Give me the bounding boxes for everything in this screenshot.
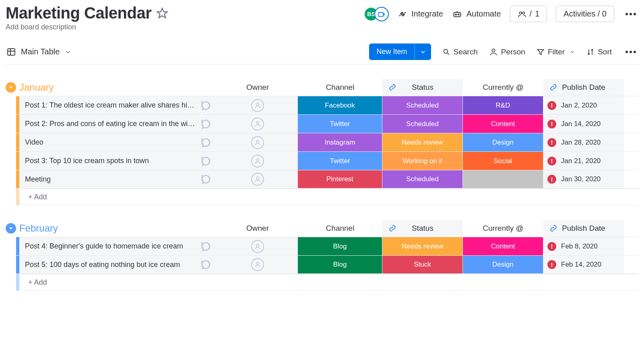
new-item-dropdown[interactable] (415, 43, 431, 60)
star-icon[interactable] (156, 7, 168, 19)
status-cell[interactable]: Working on it (382, 152, 463, 170)
publish-date-cell[interactable]: ! Jan 14, 2020 (543, 115, 624, 133)
group-title[interactable]: February (19, 223, 58, 234)
board-title[interactable]: Marketing Calendar (6, 4, 151, 22)
item-name-text[interactable]: Meeting (25, 175, 200, 184)
guest-view-icon[interactable] (374, 7, 389, 21)
owner-cell[interactable] (217, 115, 298, 133)
channel-cell[interactable]: Blog (298, 237, 382, 255)
add-item-row[interactable]: + Add (16, 188, 638, 205)
currently-cell[interactable]: R&D (463, 96, 543, 114)
collapse-group-button[interactable] (6, 223, 16, 234)
person-filter-button[interactable]: Person (489, 48, 525, 56)
currently-cell[interactable] (463, 170, 543, 188)
item-name-cell[interactable]: Meeting (16, 170, 217, 188)
table-row[interactable]: Post 1: The oldest ice cream maker alive… (16, 96, 638, 114)
channel-cell[interactable]: Twitter (298, 152, 382, 170)
table-row[interactable]: Meeting Pinterest Scheduled ! Jan 30, 20… (16, 170, 638, 188)
chevron-down-icon (64, 48, 72, 56)
owner-cell[interactable] (217, 96, 298, 114)
sort-button[interactable]: Sort (586, 48, 612, 56)
integrate-button[interactable]: Integrate (398, 9, 443, 19)
add-item-row[interactable]: + Add (16, 274, 638, 291)
group-color-stripe (16, 115, 19, 133)
currently-cell[interactable]: Content (463, 237, 543, 255)
status-cell[interactable]: Scheduled (382, 170, 463, 188)
search-button[interactable]: Search (442, 48, 478, 56)
new-item-button[interactable]: New Item (369, 43, 431, 60)
owner-cell[interactable] (217, 256, 298, 273)
activities-button[interactable]: Activities / 0 (556, 6, 614, 22)
column-header-currently[interactable]: Currently @ (463, 79, 543, 96)
channel-cell[interactable]: Blog (298, 256, 382, 273)
status-cell[interactable]: Scheduled (382, 115, 463, 133)
collapse-group-button[interactable] (6, 82, 16, 93)
board-description[interactable]: Add board description (6, 23, 168, 31)
column-header-channel[interactable]: Channel (298, 220, 382, 237)
more-menu-icon[interactable] (623, 51, 638, 53)
item-name-text[interactable]: Video (25, 138, 200, 147)
currently-cell[interactable]: Social (463, 152, 543, 170)
more-menu-icon[interactable] (623, 13, 638, 15)
channel-cell[interactable]: Instagram (298, 133, 382, 151)
chat-bubble-icon[interactable] (200, 241, 212, 252)
view-tab-main-table[interactable]: Main Table (6, 46, 72, 58)
column-header-currently[interactable]: Currently @ (463, 220, 543, 237)
board-avatars[interactable]: BS (364, 7, 389, 21)
item-name-cell[interactable]: Post 1: The oldest ice cream maker alive… (16, 96, 217, 114)
status-cell[interactable]: Needs review (382, 237, 463, 255)
item-name-cell[interactable]: Video (16, 133, 217, 151)
filter-button[interactable]: Filter (537, 48, 575, 56)
owner-cell[interactable] (217, 133, 298, 151)
table-row[interactable]: Post 3: Top 10 ice cream spots in town T… (16, 151, 638, 170)
status-cell[interactable]: Scheduled (382, 96, 463, 114)
publish-date-cell[interactable]: ! Feb 8, 2020 (543, 237, 624, 255)
item-name-cell[interactable]: Post 3: Top 10 ice cream spots in town (16, 152, 217, 170)
item-name-text[interactable]: Post 4: Beginner's guide to homemade ice… (25, 242, 200, 250)
automate-button[interactable]: Automate (452, 9, 501, 19)
item-name-cell[interactable]: Post 4: Beginner's guide to homemade ice… (16, 237, 217, 255)
column-header-channel[interactable]: Channel (298, 79, 382, 96)
chat-bubble-icon[interactable] (200, 174, 212, 185)
table-row[interactable]: Post 4: Beginner's guide to homemade ice… (16, 237, 638, 255)
currently-cell[interactable]: Content (463, 115, 543, 133)
item-name-text[interactable]: Post 3: Top 10 ice cream spots in town (25, 157, 200, 165)
chat-bubble-icon[interactable] (200, 100, 212, 111)
publish-date-cell[interactable]: ! Feb 14, 2020 (543, 256, 624, 273)
owner-cell[interactable] (217, 170, 298, 188)
item-name-text[interactable]: Post 1: The oldest ice cream maker alive… (25, 101, 200, 110)
column-header-owner[interactable]: Owner (217, 79, 298, 96)
column-header-publish-date[interactable]: Publish Date (543, 220, 624, 237)
members-button[interactable]: / 1 (510, 6, 547, 22)
column-header-status[interactable]: Status (382, 220, 463, 237)
publish-date-cell[interactable]: ! Jan 21, 2020 (543, 152, 624, 170)
channel-cell[interactable]: Pinterest (298, 170, 382, 188)
owner-cell[interactable] (217, 152, 298, 170)
column-header-owner[interactable]: Owner (217, 220, 298, 237)
item-name-cell[interactable]: Post 2: Pros and cons of eating ice crea… (16, 115, 217, 133)
column-header-publish-date[interactable]: Publish Date (543, 79, 624, 96)
item-name-cell[interactable]: Post 5: 100 days of eating nothing but i… (16, 256, 217, 273)
table-row[interactable]: Post 5: 100 days of eating nothing but i… (16, 255, 638, 274)
chat-bubble-icon[interactable] (200, 259, 212, 270)
channel-cell[interactable]: Facebook (298, 96, 382, 114)
group-title[interactable]: January (19, 82, 54, 93)
item-name-text[interactable]: Post 2: Pros and cons of eating ice crea… (25, 120, 200, 128)
status-cell[interactable]: Stuck (382, 256, 463, 273)
currently-cell[interactable]: Design (463, 133, 543, 151)
currently-cell[interactable]: Design (463, 256, 543, 273)
chat-bubble-icon[interactable] (200, 155, 212, 167)
publish-date-cell[interactable]: ! Jan 30, 2020 (543, 170, 624, 188)
channel-cell[interactable]: Twitter (298, 115, 382, 133)
column-header-status[interactable]: Status (382, 79, 463, 96)
owner-cell[interactable] (217, 237, 298, 255)
publish-date-cell[interactable]: ! Jan 28, 2020 (543, 133, 624, 151)
status-cell[interactable]: Needs review (382, 133, 463, 151)
deadline-warning-icon: ! (547, 157, 556, 166)
item-name-text[interactable]: Post 5: 100 days of eating nothing but i… (25, 261, 200, 269)
chat-bubble-icon[interactable] (200, 137, 212, 148)
table-row[interactable]: Post 2: Pros and cons of eating ice crea… (16, 114, 638, 133)
table-row[interactable]: Video Instagram Needs review Design ! Ja… (16, 133, 638, 151)
chat-bubble-icon[interactable] (200, 118, 212, 130)
publish-date-cell[interactable]: ! Jan 2, 2020 (543, 96, 624, 114)
